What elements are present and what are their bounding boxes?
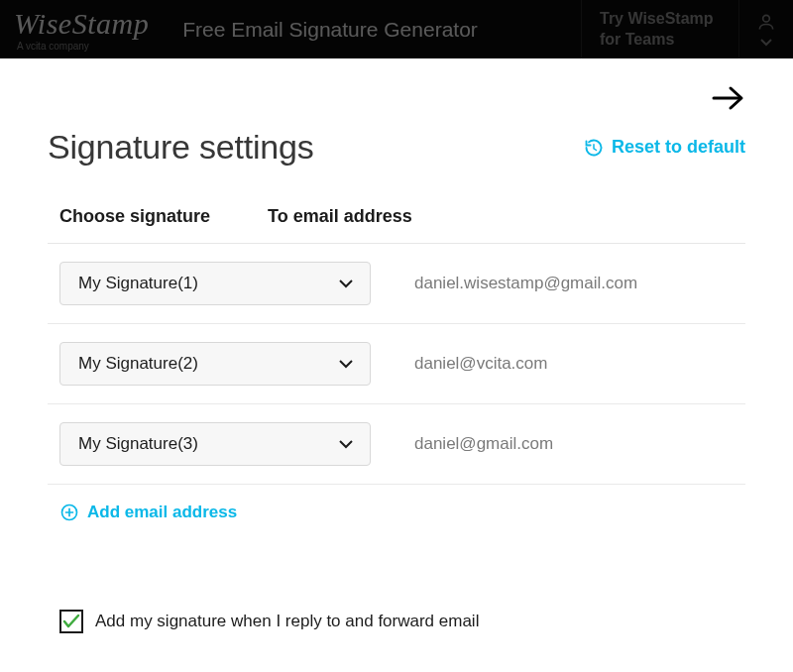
reply-forward-checkbox-row: Add my signature when I reply to and for… — [48, 610, 745, 633]
content-panel: Signature settings Reset to default Choo… — [0, 58, 793, 633]
arrow-right-icon — [710, 84, 745, 112]
chevron-down-icon — [338, 439, 354, 449]
page-title: Signature settings — [48, 128, 314, 167]
top-bar: WiseStamp A vcita company Free Email Sig… — [0, 0, 793, 58]
plus-circle-icon — [59, 503, 79, 522]
signature-select-label: My Signature(1) — [78, 274, 198, 293]
try-teams-link[interactable]: Try WiseStamp for Teams — [581, 0, 739, 58]
signature-select[interactable]: My Signature(1) — [59, 262, 371, 305]
signature-row: My Signature(2) daniel@vcita.com — [48, 324, 745, 404]
logo-block[interactable]: WiseStamp A vcita company — [0, 1, 163, 57]
signature-select[interactable]: My Signature(2) — [59, 342, 371, 386]
user-icon — [756, 12, 776, 32]
columns-header: Choose signature To email address — [48, 206, 745, 244]
user-menu[interactable] — [739, 0, 793, 58]
logo-subtitle: A vcita company — [17, 41, 149, 52]
reply-forward-checkbox-label: Add my signature when I reply to and for… — [95, 612, 479, 631]
email-address: daniel.wisestamp@gmail.com — [371, 274, 637, 293]
signature-select-label: My Signature(2) — [78, 354, 198, 374]
add-email-link[interactable]: Add email address — [48, 485, 745, 522]
header-tagline: Free Email Signature Generator — [182, 18, 478, 42]
try-teams-label: Try WiseStamp for Teams — [600, 9, 721, 51]
svg-point-0 — [763, 15, 770, 22]
chevron-down-icon — [338, 359, 354, 369]
signature-row: My Signature(1) daniel.wisestamp@gmail.c… — [48, 244, 745, 324]
checkmark-icon — [62, 614, 80, 629]
history-icon — [584, 138, 604, 158]
forward-arrow-button[interactable] — [710, 84, 745, 116]
add-email-label: Add email address — [87, 503, 237, 522]
email-address: daniel@vcita.com — [371, 354, 547, 374]
reset-to-default-link[interactable]: Reset to default — [584, 137, 745, 158]
chevron-down-icon — [759, 38, 773, 48]
reply-forward-checkbox[interactable] — [59, 610, 83, 633]
chevron-down-icon — [338, 279, 354, 288]
col-header-signature: Choose signature — [48, 206, 268, 227]
signature-row: My Signature(3) daniel@gmail.com — [48, 404, 745, 485]
email-address: daniel@gmail.com — [371, 434, 553, 454]
signature-select-label: My Signature(3) — [78, 434, 198, 454]
col-header-email: To email address — [268, 206, 412, 227]
signature-select[interactable]: My Signature(3) — [59, 422, 371, 466]
reset-label: Reset to default — [612, 137, 745, 158]
logo-text: WiseStamp — [14, 9, 149, 39]
